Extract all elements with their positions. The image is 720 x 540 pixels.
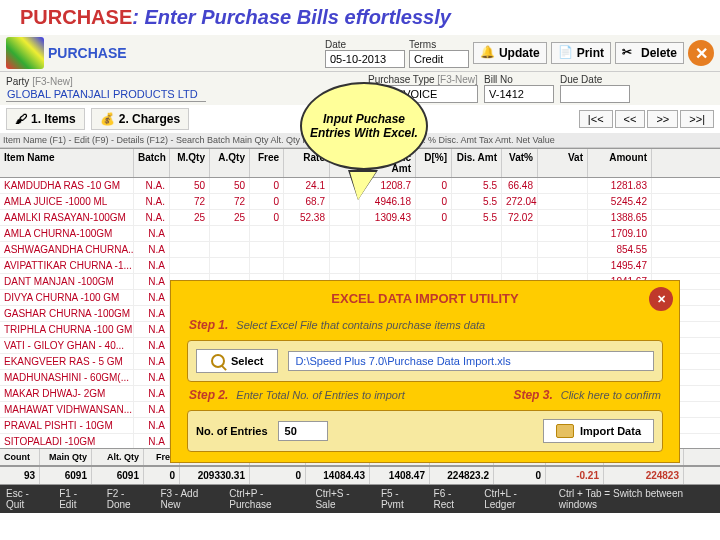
nav-next[interactable]: >> [647, 110, 678, 128]
tab-items[interactable]: 🖌1. Items [6, 108, 85, 130]
excel-close-button[interactable]: ✕ [649, 287, 673, 311]
nav-prev[interactable]: << [615, 110, 646, 128]
file-path: D:\Speed Plus 7.0\Purchase Data Import.x… [288, 351, 654, 371]
import-data-button[interactable]: Import Data [543, 419, 654, 443]
duedate-field[interactable] [560, 85, 630, 103]
print-button[interactable]: 📄Print [551, 42, 611, 64]
module-label: PURCHASE [48, 45, 127, 61]
print-icon: 📄 [558, 45, 574, 61]
select-file-button[interactable]: Select [196, 349, 278, 373]
excel-import-panel: ✕ EXCEL DATA IMPORT UTILITY Step 1.Selec… [170, 280, 680, 463]
page-title: PURCHASE: Enter Purchase Bills effortles… [0, 0, 720, 35]
date-field[interactable] [325, 50, 405, 68]
entries-input[interactable]: 50 [278, 421, 328, 441]
close-button[interactable]: ✕ [688, 40, 714, 66]
party-field[interactable]: GLOBAL PATANJALI PRODUCTS LTD [6, 87, 206, 102]
billno-field[interactable] [484, 85, 554, 103]
books-icon [6, 37, 44, 69]
totals-row: 93609160910209330.31014084.431408.472248… [0, 466, 720, 485]
magnifier-icon [211, 354, 225, 368]
update-button[interactable]: 🔔Update [473, 42, 547, 64]
table-row[interactable]: AAMLKI RASAYAN-100GMN.A.2525052.381309.4… [0, 210, 720, 226]
money-icon: 💰 [100, 112, 115, 126]
tab-charges[interactable]: 💰2. Charges [91, 108, 189, 130]
refresh-icon: 🔔 [480, 45, 496, 61]
terms-field[interactable] [409, 50, 469, 68]
table-row[interactable]: AMLA CHURNA-100GMN.A1709.10 [0, 226, 720, 242]
status-bar: Esc - QuitF1 - EditF2 - DoneF3 - Add New… [0, 485, 720, 513]
delete-icon: ✂ [622, 45, 638, 61]
excel-title: EXCEL DATA IMPORT UTILITY [179, 289, 671, 314]
callout-bubble: Input Puchase Entries With Excel. [300, 82, 430, 182]
table-row[interactable]: ASHWAGANDHA CHURNA...N.A854.55 [0, 242, 720, 258]
nav-last[interactable]: >>| [680, 110, 714, 128]
folder-icon [556, 424, 574, 438]
nav-first[interactable]: |<< [579, 110, 613, 128]
table-row[interactable]: AVIPATTIKAR CHURNA -1...N.A1495.47 [0, 258, 720, 274]
delete-button[interactable]: ✂Delete [615, 42, 684, 64]
brush-icon: 🖌 [15, 112, 27, 126]
